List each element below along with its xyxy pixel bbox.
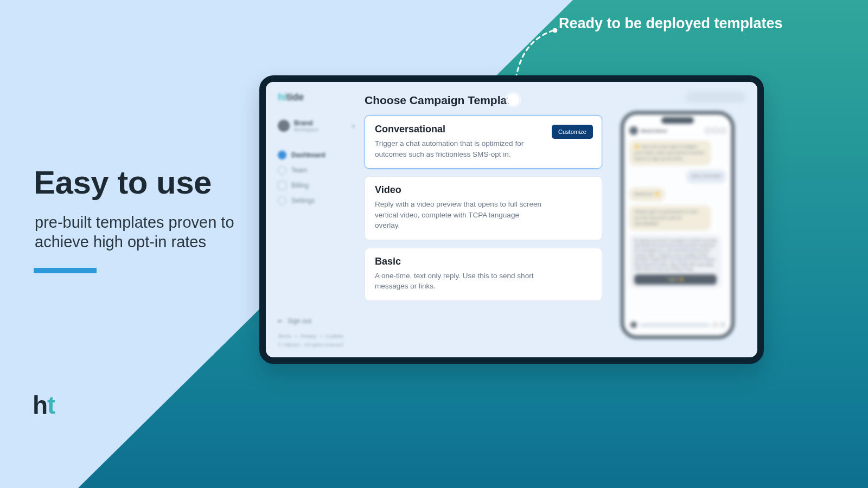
annotation-endpoint [507,94,519,106]
annotation-label: Ready to be deployed templates [559,15,783,32]
sidebar-item-billing[interactable]: Billing [278,181,355,190]
sidebar-item-label: Settings [291,197,315,204]
template-description: Trigger a chat automation that is optimi… [375,138,543,159]
template-description: A one-time, text only reply. Use this to… [375,271,543,292]
app-logo: hitide [278,92,355,103]
customize-button[interactable]: Customize [552,125,593,139]
chevron-down-icon: ▾ [352,123,355,129]
sidebar-item-label: Team [291,166,307,174]
cookies-link[interactable]: Cookies [326,333,343,339]
svg-point-0 [553,28,557,33]
info-icon [720,128,726,133]
template-card-video[interactable]: Video Reply with a video preview that op… [365,176,602,240]
video-call-icon [705,128,711,133]
sidebar-nav: Dashboard Team Billing Settings [278,151,355,205]
privacy-link[interactable]: Privacy [301,333,317,339]
billing-icon [278,181,286,190]
workspace-sublabel: Workspace [294,127,318,132]
chat-header: Brand Demo [629,126,726,135]
sidebar-item-label: Billing [291,182,309,189]
chat-terms-block: By signing up via text, you agree to rec… [629,235,722,288]
template-card-basic[interactable]: Basic A one-time, text only reply. Use t… [365,248,602,301]
sign-out-button[interactable]: ⇤ Sign out [278,317,355,325]
chat-input-row [629,319,726,330]
preview-template-button[interactable] [686,92,745,102]
camera-icon[interactable] [720,323,725,327]
legal-links: Terms• Privacy• Cookies [278,333,355,339]
template-card-conversational[interactable]: Conversational Trigger a chat automation… [365,115,602,169]
accent-bar [34,268,97,273]
signout-icon: ⇤ [278,317,283,325]
team-icon [278,166,286,175]
workspace-name: Brand [294,119,318,127]
chat-text-input[interactable] [640,324,710,326]
chat-brand-name: Brand Demo [641,129,667,133]
sidebar-item-settings[interactable]: Settings [278,196,355,205]
hero-subtitle: pre-built templates proven to achieve hi… [35,213,263,252]
sidebar-item-team[interactable]: Team [278,166,355,175]
chat-bubble-bot: 👋 Just one more step to finalize your en… [629,140,711,165]
page-title: Choose Campaign Template [365,94,602,107]
chat-input-avatar [630,322,637,328]
app-window: hitide Brand Workspace ▾ Dashboard Team … [259,75,764,364]
hero-title: Easy to use [34,164,212,201]
sidebar: hitide Brand Workspace ▾ Dashboard Team … [278,92,355,348]
copyright: © HiBeam · All rights reserved [278,342,355,348]
mic-icon[interactable] [713,323,717,327]
template-title: Video [375,184,592,196]
logo-hi: hi [278,92,286,102]
main-content: Choose Campaign Template Conversational … [355,92,610,348]
chat-bubble-bot: Awesome 👋 [629,188,665,201]
phone-notch [661,117,694,124]
agree-button[interactable]: I agree 👋 [634,274,717,285]
sign-out-label: Sign out [288,317,311,325]
settings-icon [278,196,286,205]
ht-logo-badge: ht [33,390,55,420]
terms-link[interactable]: Terms [278,333,291,339]
phone-mockup: Brand Demo 👋 Just one more step to final… [621,111,735,339]
audio-call-icon [713,128,718,133]
template-description: Reply with a video preview that opens to… [375,199,543,231]
workspace-switcher[interactable]: Brand Workspace ▾ [278,119,355,132]
workspace-avatar [278,120,290,132]
logo-tide: tide [286,92,304,102]
chat-avatar [629,126,638,135]
ht-logo-t: t [47,391,55,419]
chat-bubble-bot: Please give us permission to text you th… [629,206,711,230]
sidebar-item-dashboard[interactable]: Dashboard [278,151,355,159]
ht-logo-h: h [33,391,47,419]
chat-terms-text: By signing up via text, you agree to rec… [634,239,716,271]
chat-bubble-user: (281) 330-8004 [686,170,726,183]
phone-preview-panel: Brand Demo 👋 Just one more step to final… [610,92,745,348]
dashboard-icon [278,151,286,159]
sidebar-item-label: Dashboard [291,151,326,159]
template-title: Basic [375,256,592,267]
